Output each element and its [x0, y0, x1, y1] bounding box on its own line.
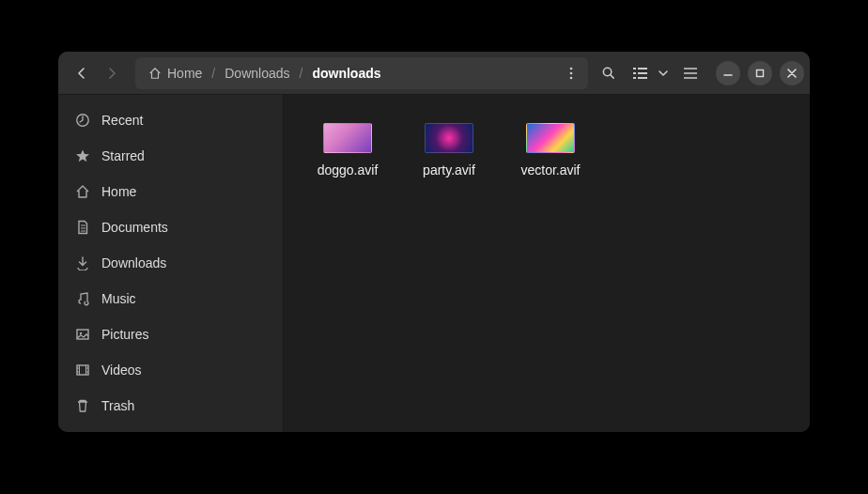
file-thumbnail	[425, 123, 473, 153]
minimize-icon	[723, 69, 733, 78]
sidebar-item-label: Music	[101, 291, 136, 306]
svg-point-0	[570, 67, 573, 69]
svg-rect-15	[757, 69, 764, 76]
forward-button[interactable]	[98, 59, 126, 87]
svg-rect-8	[638, 72, 647, 74]
document-icon	[75, 220, 90, 235]
window-body: Recent Starred Home Documents Downloads …	[58, 95, 810, 432]
sidebar: Recent Starred Home Documents Downloads …	[58, 95, 284, 432]
hamburger-icon	[684, 68, 697, 79]
file-item[interactable]: vector.avif	[504, 117, 597, 183]
sidebar-item-pictures[interactable]: Pictures	[58, 316, 283, 352]
clock-icon	[75, 113, 90, 128]
svg-line-4	[610, 75, 612, 78]
sidebar-item-label: Home	[101, 184, 136, 199]
svg-point-1	[570, 71, 573, 74]
path-menu-button[interactable]	[558, 60, 584, 86]
file-item[interactable]: doggo.avif	[301, 117, 395, 183]
file-manager-window: Home / Downloads / downloads	[58, 52, 810, 432]
picture-icon	[75, 327, 90, 342]
file-thumbnail	[526, 123, 575, 153]
svg-rect-22	[77, 365, 88, 375]
search-icon	[601, 66, 615, 80]
breadcrumb-label: Downloads	[225, 66, 289, 81]
svg-rect-6	[638, 68, 647, 69]
hamburger-menu-button[interactable]	[676, 59, 705, 87]
list-icon	[633, 67, 647, 79]
sidebar-item-label: Downloads	[101, 255, 166, 270]
breadcrumb-current[interactable]: downloads	[308, 62, 384, 85]
breadcrumb-separator: /	[211, 66, 215, 81]
breadcrumb-separator: /	[300, 66, 303, 81]
download-icon	[75, 255, 90, 270]
back-button[interactable]	[68, 59, 96, 87]
sidebar-item-home[interactable]: Home	[58, 174, 283, 209]
svg-rect-9	[633, 77, 636, 79]
view-list-button[interactable]	[626, 59, 654, 87]
sidebar-item-downloads[interactable]: Downloads	[58, 245, 283, 281]
video-icon	[75, 363, 90, 378]
breadcrumb-label: downloads	[312, 66, 380, 81]
trash-icon	[75, 398, 90, 413]
sidebar-item-label: Videos	[101, 363, 142, 378]
svg-rect-7	[633, 72, 636, 74]
search-button[interactable]	[594, 59, 622, 87]
chevron-left-icon	[76, 68, 87, 79]
file-name: party.avif	[423, 162, 475, 178]
titlebar: Home / Downloads / downloads	[58, 52, 810, 95]
sidebar-item-label: Trash	[101, 398, 134, 413]
home-icon	[75, 184, 90, 199]
maximize-button[interactable]	[748, 61, 772, 85]
sidebar-item-videos[interactable]: Videos	[58, 352, 283, 388]
close-button[interactable]	[780, 61, 804, 85]
path-bar[interactable]: Home / Downloads / downloads	[135, 57, 588, 89]
sidebar-item-starred[interactable]: Starred	[58, 138, 283, 174]
svg-point-21	[80, 332, 82, 334]
file-grid[interactable]: doggo.avif party.avif vector.avif	[284, 95, 810, 432]
breadcrumb-home[interactable]: Home	[145, 62, 206, 85]
file-thumbnail	[323, 123, 372, 153]
sidebar-item-recent[interactable]: Recent	[58, 102, 283, 138]
chevron-right-icon	[106, 68, 117, 79]
file-name: vector.avif	[520, 162, 580, 178]
view-dropdown-button[interactable]	[654, 59, 673, 87]
minimize-button[interactable]	[716, 61, 740, 85]
star-icon	[75, 148, 90, 163]
chevron-down-icon	[659, 69, 668, 77]
svg-rect-10	[638, 77, 647, 79]
music-icon	[75, 291, 90, 306]
sidebar-item-trash[interactable]: Trash	[58, 388, 283, 424]
file-name: doggo.avif	[318, 162, 379, 178]
nav-buttons	[64, 59, 130, 87]
window-controls	[716, 61, 804, 85]
sidebar-item-label: Pictures	[101, 327, 149, 342]
sidebar-item-music[interactable]: Music	[58, 281, 283, 316]
sidebar-item-label: Recent	[101, 113, 143, 128]
svg-point-2	[570, 76, 573, 79]
breadcrumb-downloads[interactable]: Downloads	[221, 62, 293, 85]
file-item[interactable]: party.avif	[402, 117, 496, 183]
titlebar-right	[594, 59, 804, 87]
sidebar-item-label: Documents	[101, 220, 168, 235]
sidebar-item-documents[interactable]: Documents	[58, 209, 283, 245]
svg-rect-5	[633, 68, 636, 69]
kebab-icon	[566, 67, 577, 80]
home-icon	[148, 67, 162, 80]
breadcrumb-label: Home	[167, 66, 202, 81]
close-icon	[787, 69, 797, 78]
sidebar-item-label: Starred	[101, 148, 145, 163]
maximize-icon	[755, 69, 765, 78]
